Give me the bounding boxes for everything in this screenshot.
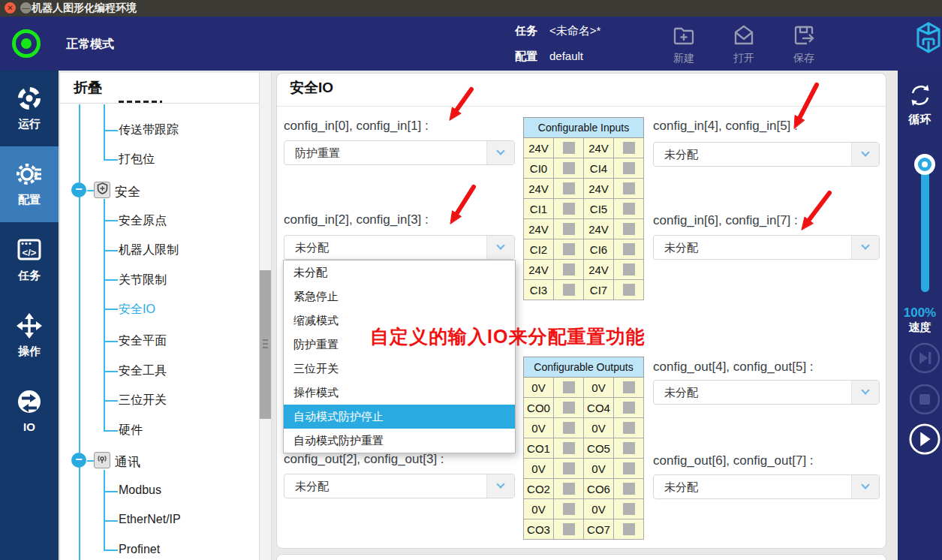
annotation-text: 自定义的输入IO来分配重置功能 [370,324,645,349]
tree-tick [104,341,118,342]
terminal-square[interactable] [614,199,644,219]
terminal-square[interactable] [614,459,644,479]
config-out-2-3-select[interactable]: 未分配 [284,474,515,498]
chevron-down-icon [486,236,514,259]
open-file-icon [732,23,756,47]
terminal-square[interactable] [614,260,644,280]
tree-item-pack-position[interactable]: 打包位 [119,152,155,167]
io-icon [16,388,43,415]
tree-item-conveyor-tracking[interactable]: 传送带跟踪 [119,122,179,138]
tree-tick [104,130,118,131]
terminal-square[interactable] [614,239,644,260]
config-in-0-1-select[interactable]: 防护重置 [284,140,515,165]
stop-button[interactable] [908,383,941,416]
terminal-square[interactable] [554,499,584,519]
terminal-square[interactable] [554,158,584,179]
config-in-2-3-dropdown-list: 未分配 紧急停止 缩减模式 防护重置 三位开关 操作模式 自动模式防护停止 自动… [283,260,516,453]
terminal-square[interactable] [614,280,644,300]
terminal-square[interactable] [554,418,584,438]
terminal-square[interactable] [614,438,644,459]
config-out-6-7-select[interactable]: 未分配 [653,474,880,499]
communication-antenna-icon [94,452,110,468]
brand-logo-icon [916,20,941,67]
terminal-square[interactable] [614,418,644,438]
run-icon [16,85,43,112]
config-in-2-3-select[interactable]: 未分配 [284,235,515,260]
tree-item-hardware[interactable]: 硬件 [119,423,143,438]
tree-scrollbar-thumb[interactable] [260,270,271,419]
terminal-square[interactable] [554,260,584,280]
tree-item-three-position-switch[interactable]: 三位开关 [119,393,167,408]
tree-item-robot-limits[interactable]: 机器人限制 [119,242,179,258]
window-minimize-icon[interactable]: — [20,2,32,14]
save-button[interactable]: 保存 [780,19,828,68]
step-forward-button[interactable] [908,342,941,375]
task-code-icon: </> [16,236,43,263]
tree-node-communication[interactable]: 通讯 [115,453,140,471]
new-button[interactable]: 新建 [660,19,708,68]
nav-item-run[interactable]: 运行 [0,71,59,146]
next-section-card [276,554,886,560]
tree-item-ethernet-ip[interactable]: EtherNet/IP [119,513,181,526]
tree-node-safety[interactable]: 安全 [115,183,140,200]
speed-slider-knob[interactable] [914,154,935,175]
open-button[interactable]: 打开 [720,19,768,68]
nav-item-operate[interactable]: 操作 [0,298,59,374]
left-nav: 运行 配置 </> 任务 [0,71,59,560]
terminal-square[interactable] [614,378,644,398]
tree-item-safety-tool[interactable]: 安全工具 [119,363,167,379]
terminal-square[interactable] [554,179,584,199]
dropdown-option[interactable]: 紧急停止 [284,285,515,309]
terminal-square[interactable] [554,280,584,300]
config-out-4-5-select[interactable]: 未分配 [653,380,880,405]
terminal-square[interactable] [554,199,584,219]
window-close-icon[interactable]: ✕ [5,2,16,14]
dropdown-option[interactable]: 三位开关 [284,357,515,381]
tree-trunk-line [79,104,80,560]
inputs-table-header: Configurable Inputs [524,118,644,138]
settings-gear-icon [16,161,43,188]
terminal-square[interactable] [554,138,584,158]
tree-item-safety-home[interactable]: 安全原点 [119,213,167,229]
play-button[interactable] [908,423,941,456]
dropdown-option[interactable]: 自动模式防护重置 [284,429,515,453]
terminal-square[interactable] [554,479,584,499]
collapse-minus-icon[interactable]: − [71,182,86,197]
speed-slider-track[interactable] [921,164,929,292]
config-in-6-7-select[interactable]: 未分配 [653,235,880,260]
tree-item-joint-limits[interactable]: 关节限制 [119,272,167,288]
collapse-minus-icon[interactable]: − [71,453,86,468]
terminal-square[interactable] [554,239,584,260]
terminal-square[interactable] [614,479,644,499]
nav-item-config[interactable]: 配置 [0,146,59,222]
config-out-2-3-label: config_out[2], config_out[3] : [284,452,444,467]
tree-item-safety-io[interactable]: 安全IO [119,302,155,318]
dropdown-option-highlighted[interactable]: 自动模式防护停止 [284,405,515,429]
terminal-square[interactable] [614,138,644,158]
tree-item-safety-planes[interactable]: 安全平面 [119,333,167,349]
terminal-square[interactable] [554,219,584,239]
dropdown-option[interactable]: 操作模式 [284,381,515,405]
terminal-square[interactable] [554,378,584,398]
terminal-square[interactable] [554,438,584,459]
terminal-square[interactable] [614,158,644,179]
dropdown-option[interactable]: 未分配 [284,260,515,285]
terminal-square[interactable] [614,499,644,519]
terminal-square[interactable] [614,219,644,239]
collapse-header[interactable]: 折叠 [74,78,102,98]
terminal-square[interactable] [554,459,584,479]
tree-item-profinet[interactable]: Profinet [119,543,160,556]
terminal-square[interactable] [614,398,644,418]
nav-item-task[interactable]: </> 任务 [0,222,59,298]
loop-icon[interactable] [907,83,933,108]
nav-item-io[interactable]: IO [0,374,59,450]
terminal-square[interactable] [614,519,644,540]
terminal-square[interactable] [614,179,644,199]
tree-item-modbus[interactable]: Modbus [119,483,161,497]
terminal-square[interactable] [554,398,584,418]
clipped-tree-item[interactable] [119,101,162,103]
scrollbar-grip [263,343,268,345]
config-in-6-7-label: config_in[6], config_in[7] : [653,213,798,228]
config-in-4-5-select[interactable]: 未分配 [653,142,880,167]
terminal-square[interactable] [554,519,584,540]
